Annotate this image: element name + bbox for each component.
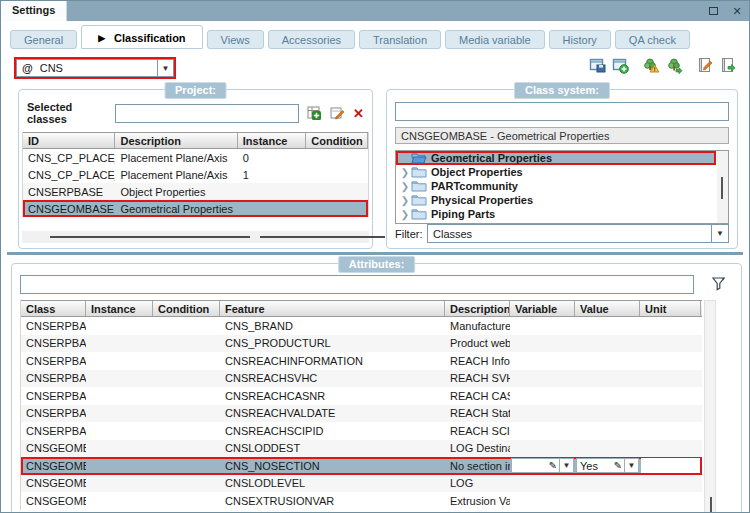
table-row[interactable]: CNSERPBASECNSREACHSVHCREACH SVHCs ... — [21, 370, 702, 388]
tab-views[interactable]: Views — [207, 30, 264, 49]
expand-chevron-icon[interactable]: ❯ — [399, 209, 411, 220]
cell: CNSGEOMBASE — [21, 477, 86, 489]
tab-media-variable[interactable]: Media variable — [445, 30, 545, 49]
class-system-combo[interactable]: @ CNS — [16, 59, 157, 77]
cell — [640, 458, 701, 473]
column-header[interactable]: Description — [115, 133, 237, 148]
tree-item-object-properties[interactable]: ❯Object Properties — [396, 165, 728, 179]
cell: LOG Destination — [445, 442, 510, 454]
unit-editor[interactable] — [641, 458, 700, 473]
table-row[interactable]: CNSERPBASECNSREACHCASNRREACH CAS Nr. — [21, 387, 702, 405]
chevron-down-icon[interactable]: ▼ — [625, 461, 638, 470]
tab-history[interactable]: History — [549, 30, 611, 49]
attributes-vertical-scrollbar[interactable] — [704, 300, 716, 513]
tree-item-physical-properties[interactable]: ❯Physical Properties — [396, 193, 728, 207]
column-header[interactable]: Feature — [220, 301, 445, 316]
column-header[interactable]: Instance — [238, 133, 307, 148]
table-row[interactable]: CNSERPBASECNS_PRODUCTURLProduct website — [21, 335, 702, 353]
tree-item-label: Object Properties — [431, 166, 523, 178]
column-header[interactable]: Condition — [153, 301, 220, 316]
table-row[interactable]: CNSERPBASECNS_BRANDManufacturer / ... — [21, 317, 702, 335]
expand-chevron-icon[interactable]: ❯ — [399, 167, 411, 178]
tab-label: Classification — [114, 32, 186, 44]
tab-classification[interactable]: ▶Classification — [81, 25, 202, 49]
cell: Geometrical Properties — [115, 203, 237, 215]
variable-editor[interactable]: ✎▼ — [511, 458, 574, 473]
add-class-icon[interactable] — [307, 106, 322, 121]
selected-classes-input[interactable] — [115, 104, 299, 123]
expand-chevron-icon[interactable]: ❯ — [399, 181, 411, 192]
add-view-icon[interactable] — [612, 57, 629, 74]
table-row[interactable]: CNS_CP_PLACE_PAPlacement Plane/Axis0 — [23, 149, 368, 166]
column-header[interactable]: Description — [445, 301, 510, 316]
editor-value[interactable]: Yes — [577, 460, 612, 472]
cell: CNS_CP_PLACE_PA — [23, 169, 115, 181]
pencil-icon[interactable]: ✎ — [547, 460, 559, 471]
tab-qa-check[interactable]: QA check — [615, 30, 690, 49]
table-row[interactable]: CNSGEOMBASECNSLODDESTLOG Destination — [21, 440, 702, 458]
class-export-icon[interactable] — [666, 57, 683, 74]
column-header[interactable]: Condition — [306, 133, 368, 148]
class-check-warning-icon[interactable] — [643, 57, 660, 74]
delete-class-icon[interactable]: ✕ — [353, 107, 364, 120]
window-title: Settings — [1, 1, 67, 21]
column-header[interactable]: ID — [23, 133, 115, 148]
class-tree: Geometrical Properties❯Object Properties… — [395, 150, 729, 224]
filter-dropdown[interactable]: Classes ▼ — [427, 224, 729, 243]
cell: CNSERPBASE — [21, 425, 86, 437]
horizontal-splitter[interactable] — [7, 252, 743, 255]
scrollbar-thumb[interactable] — [710, 497, 712, 513]
pencil-icon[interactable]: ✎ — [612, 460, 624, 471]
tree-vertical-scrollbar[interactable] — [717, 151, 728, 223]
active-tab-arrow-icon: ▶ — [98, 32, 105, 44]
column-header[interactable]: Instance — [86, 301, 153, 316]
table-row[interactable]: CNSERPBASECNSREACHSCIPIDREACH SCIP-ID — [21, 422, 702, 440]
table-row[interactable]: CNSGEOMBASEGeometrical Properties — [23, 200, 368, 217]
cell: CNS_BRAND — [220, 320, 445, 332]
scrollbar-thumb[interactable] — [50, 236, 250, 238]
table-row[interactable]: CNSGEOMBASECNSEXTRUSIONVARExtrusion Vari… — [21, 492, 702, 510]
cell: Manufacturer / ... — [445, 320, 510, 332]
cell: CNSERPBASE — [21, 390, 86, 402]
maximize-button[interactable] — [701, 1, 725, 21]
table-row[interactable]: CNSERPBASECNSREACHVALDATEREACH Status o.… — [21, 405, 702, 423]
tree-item-piping-parts[interactable]: ❯Piping Parts — [396, 207, 728, 221]
table-row[interactable]: CNSERPBASEObject Properties — [23, 183, 368, 200]
column-header[interactable]: Unit — [640, 301, 701, 316]
column-header[interactable]: Variable — [510, 301, 575, 316]
value-editor[interactable]: Yes✎▼ — [576, 458, 639, 473]
tab-translation[interactable]: Translation — [359, 30, 441, 49]
table-row[interactable]: CNSGEOMBASECNS_NOSECTIONNo section in 2D… — [21, 457, 702, 475]
cell: CNSREACHCASNR — [220, 390, 445, 402]
tree-item-geometrical-properties[interactable]: Geometrical Properties — [396, 151, 716, 165]
chevron-down-icon[interactable]: ▼ — [711, 225, 728, 242]
catalog-export-icon[interactable] — [720, 57, 737, 74]
cell: CNSREACHINFORMATION — [220, 355, 445, 367]
table-row[interactable]: CNS_CP_PLACE_PAPlacement Plane/Axis1 — [23, 166, 368, 183]
chevron-down-icon[interactable]: ▼ — [560, 461, 573, 470]
tree-item-partcommunity[interactable]: ❯PARTcommunity — [396, 179, 728, 193]
save-view-icon[interactable] — [589, 57, 606, 74]
edit-class-icon[interactable] — [330, 106, 345, 121]
tab-accessories[interactable]: Accessories — [268, 30, 355, 49]
table-row[interactable]: CNSERPBASECNSREACHINFORMATIONREACH Infor… — [21, 352, 702, 370]
class-search-input[interactable] — [395, 102, 729, 121]
catalog-edit-icon[interactable] — [697, 57, 714, 74]
cell: CNSGEOMBASE — [21, 442, 86, 454]
cell: No section in 2D — [445, 460, 510, 472]
attributes-filter-input[interactable] — [20, 275, 694, 294]
class-system-combo-arrow[interactable]: ▼ — [157, 59, 174, 77]
expand-chevron-icon[interactable]: ❯ — [399, 195, 411, 206]
column-header[interactable]: Class — [21, 301, 86, 316]
cell: ✎▼ — [510, 458, 575, 473]
column-header[interactable]: Value — [575, 301, 640, 316]
tab-general[interactable]: General — [10, 30, 77, 49]
table-row[interactable]: CNSGEOMBASECNSLODLEVELLOG — [21, 475, 702, 493]
class-system-panel-title: Class system: — [514, 82, 610, 99]
top-toolbar — [583, 57, 737, 74]
scrollbar-thumb[interactable] — [260, 236, 385, 238]
filter-funnel-icon[interactable] — [711, 276, 727, 292]
scrollbar-thumb[interactable] — [721, 177, 723, 199]
project-horizontal-scrollbar[interactable] — [22, 231, 369, 243]
close-button[interactable]: ✕ — [725, 1, 749, 21]
